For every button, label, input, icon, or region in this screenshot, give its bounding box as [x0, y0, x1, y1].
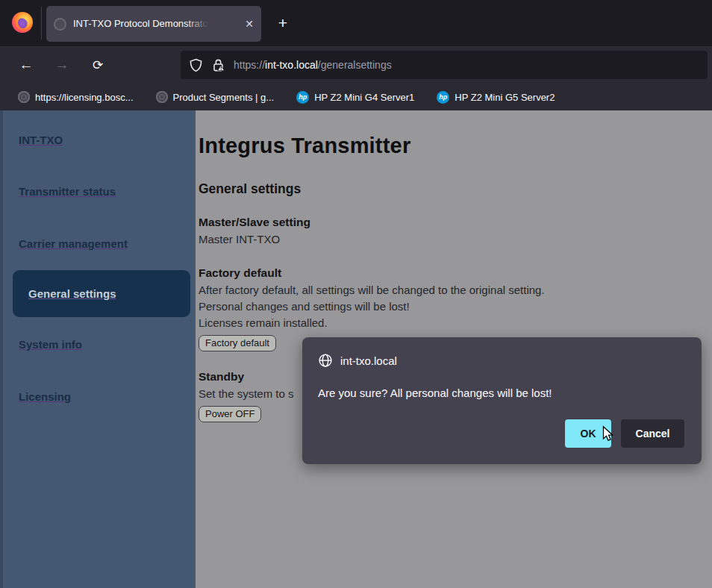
sidebar-item-licensing[interactable]: Licensing — [3, 390, 196, 404]
bookmark-hp-g4-server1[interactable]: hp HP Z2 Mini G4 Server1 — [296, 91, 414, 104]
new-tab-button[interactable]: + — [271, 11, 295, 35]
section-heading: General settings — [199, 181, 712, 197]
firefox-icon[interactable] — [12, 12, 33, 33]
bookmark-hp-g5-server2[interactable]: hp HP Z2 Mini G5 Server2 — [437, 91, 555, 104]
page-title: Integrus Transmitter — [199, 134, 712, 158]
sidebar-item-system-info[interactable]: System info — [3, 337, 196, 352]
sidebar-item-int-txo[interactable]: INT-TXO — [3, 133, 196, 148]
bookmark-label: HP Z2 Mini G5 Server2 — [455, 92, 555, 103]
url-scheme: https:// — [234, 59, 265, 71]
dialog-message: Are you sure? All personal changes will … — [302, 368, 702, 399]
navigation-toolbar: ← → ⟳ https://int-txo.local/generalsetti… — [0, 46, 712, 84]
factory-default-text: After factory default, all settings will… — [199, 282, 712, 298]
factory-default-button[interactable]: Factory default — [199, 335, 276, 351]
globe-icon — [18, 91, 30, 103]
url-host: int-txo.local — [265, 59, 318, 71]
sidebar-item-carrier-management[interactable]: Carrier management — [3, 237, 196, 251]
back-button[interactable]: ← — [13, 46, 39, 84]
power-off-button[interactable]: Power OFF — [199, 406, 261, 422]
bookmarks-bar: https://licensing.bosc... Product Segmen… — [0, 84, 712, 110]
reload-button[interactable]: ⟳ — [85, 46, 110, 84]
confirm-dialog: int-txo.local Are you sure? All personal… — [302, 337, 702, 464]
url-path: /generalsettings — [318, 59, 392, 71]
bookmark-label: Product Segments | g... — [173, 92, 275, 103]
browser-tab[interactable]: INT-TXO Protocol Demonstrato ✕ — [46, 6, 261, 42]
sidebar-item-transmitter-status[interactable]: Transmitter status — [3, 184, 196, 199]
tab-title-fade — [186, 17, 208, 31]
bookmark-licensing[interactable]: https://licensing.bosc... — [18, 91, 134, 103]
lock-warning-icon[interactable] — [211, 58, 225, 72]
tab-separator — [41, 7, 42, 40]
master-slave-heading: Master/Slave setting — [199, 216, 712, 229]
hp-logo-icon: hp — [296, 91, 309, 104]
factory-default-text: Personal changes and settings will be lo… — [199, 298, 712, 315]
bookmark-product-segments[interactable]: Product Segments | g... — [156, 91, 275, 103]
tab-favicon-icon — [54, 18, 66, 31]
dialog-origin: int-txo.local — [340, 354, 397, 367]
bookmark-label: HP Z2 Mini G4 Server1 — [314, 92, 414, 103]
factory-default-text: Licenses remain installed. — [199, 315, 712, 331]
tab-bar: INT-TXO Protocol Demonstrato ✕ + — [0, 0, 712, 46]
forward-button[interactable]: → — [49, 46, 75, 84]
sidebar-nav: INT-TXO Transmitter status Carrier manag… — [0, 110, 196, 588]
url-bar[interactable]: https://int-txo.local/generalsettings — [181, 51, 708, 79]
cancel-button[interactable]: Cancel — [621, 419, 684, 448]
factory-default-heading: Factory default — [199, 266, 712, 280]
shield-icon[interactable] — [189, 58, 203, 72]
tab-close-icon[interactable]: ✕ — [245, 19, 254, 29]
ok-button[interactable]: OK — [565, 419, 611, 448]
master-slave-value: Master INT-TXO — [199, 231, 712, 248]
bookmark-label: https://licensing.bosc... — [35, 92, 134, 103]
sidebar-item-general-settings[interactable]: General settings — [13, 270, 190, 317]
globe-icon — [318, 353, 333, 368]
globe-icon — [156, 91, 168, 103]
hp-logo-icon: hp — [437, 91, 449, 104]
